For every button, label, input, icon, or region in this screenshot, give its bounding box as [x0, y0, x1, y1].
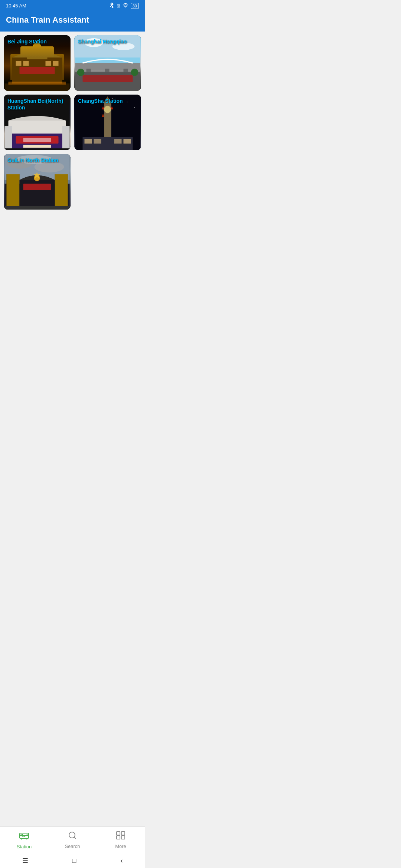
- signal-icon: ⊠: [117, 3, 120, 9]
- app-header: China Train Assistant: [0, 11, 145, 32]
- status-time: 10:45 AM: [6, 3, 26, 9]
- station-name-guilin: GuiLin North Station: [7, 157, 58, 164]
- svg-rect-48: [94, 139, 101, 144]
- bluetooth-icon: [109, 2, 114, 9]
- svg-rect-33: [23, 145, 51, 148]
- station-name-changsha: ChangSha Station: [78, 98, 123, 104]
- svg-rect-49: [114, 139, 122, 144]
- svg-rect-58: [7, 174, 20, 210]
- svg-point-23: [77, 69, 85, 76]
- svg-point-2: [125, 7, 126, 7]
- station-card-guilin[interactable]: GuiLin North Station: [4, 154, 71, 210]
- svg-rect-30: [23, 138, 51, 142]
- svg-rect-7: [16, 61, 22, 66]
- station-card-shanghai[interactable]: Shanghai Hongqiao: [74, 35, 141, 91]
- battery-icon: 30: [131, 3, 139, 9]
- svg-rect-50: [124, 139, 131, 144]
- svg-rect-4: [27, 48, 48, 59]
- station-name-shanghai: Shanghai Hongqiao: [78, 38, 127, 45]
- svg-point-42: [104, 106, 111, 113]
- wifi-icon: [123, 3, 128, 9]
- status-icons: ⊠ 30: [109, 2, 139, 9]
- svg-point-24: [131, 69, 138, 76]
- svg-rect-10: [53, 61, 59, 66]
- svg-point-38: [127, 102, 128, 102]
- svg-rect-62: [23, 184, 51, 190]
- svg-rect-32: [62, 126, 70, 148]
- svg-rect-47: [85, 139, 92, 144]
- station-card-changsha[interactable]: ChangSha Station: [74, 95, 141, 150]
- station-card-huangshan[interactable]: HuangShan Bei(North) Station: [4, 95, 71, 150]
- svg-rect-70: [5, 206, 70, 210]
- station-card-beijing[interactable]: Bei Jing Station: [4, 35, 71, 91]
- svg-rect-22: [83, 75, 133, 82]
- station-name-beijing: Bei Jing Station: [7, 38, 47, 45]
- svg-rect-12: [9, 82, 66, 85]
- svg-rect-60: [55, 174, 68, 210]
- content-area: Bei Jing Station: [0, 32, 145, 213]
- app-title: China Train Assistant: [6, 15, 139, 25]
- svg-rect-9: [46, 61, 51, 66]
- svg-point-39: [134, 107, 135, 108]
- stations-grid: Bei Jing Station: [4, 35, 141, 210]
- station-name-huangshan: HuangShan Bei(North) Station: [7, 98, 71, 111]
- status-bar: 10:45 AM ⊠ 30: [0, 0, 145, 11]
- svg-rect-8: [23, 61, 29, 66]
- svg-rect-31: [5, 126, 12, 148]
- svg-rect-6: [20, 67, 55, 74]
